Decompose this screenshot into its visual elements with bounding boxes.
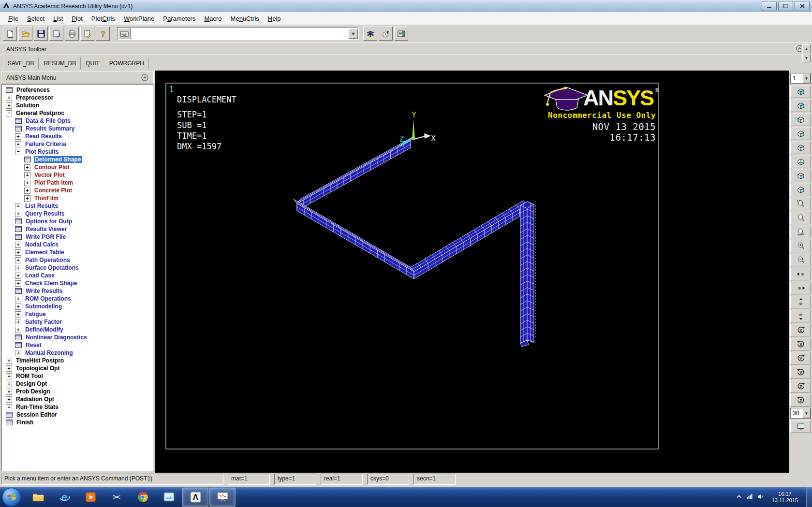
- report-generator-button[interactable]: [80, 27, 94, 41]
- print-button[interactable]: [65, 27, 79, 41]
- tree-item-read-results[interactable]: +Read Results: [2, 132, 153, 140]
- tree-item-results-viewer[interactable]: Results Viewer: [2, 225, 153, 233]
- minimize-button[interactable]: [762, 1, 777, 11]
- tree-item-run-time-stats[interactable]: +Run-Time Stats: [2, 403, 153, 411]
- tree-item-topological-opt[interactable]: +Topological Opt: [2, 364, 153, 372]
- tree-item-element-table[interactable]: +Element Table: [2, 248, 153, 256]
- menu-plotctrls[interactable]: PlotCtrls: [87, 13, 119, 24]
- expand-icon[interactable]: +: [15, 296, 21, 302]
- scroll-up-icon[interactable]: ▲: [802, 44, 811, 53]
- tree-item-plot-path-item[interactable]: +Plot Path Item: [2, 179, 153, 187]
- taskbar-internet-explorer[interactable]: e: [52, 488, 77, 507]
- collapse-icon[interactable]: −: [6, 110, 12, 116]
- show-desktop-button[interactable]: [806, 487, 812, 507]
- import-button[interactable]: [49, 27, 63, 41]
- oblique-view-button[interactable]: [790, 100, 811, 112]
- taskbar-chrome[interactable]: [130, 488, 155, 507]
- expand-icon[interactable]: +: [15, 133, 21, 140]
- tray-network[interactable]: [746, 493, 753, 502]
- taskbar-ansys[interactable]: Λ: [182, 488, 208, 507]
- menu-list[interactable]: List: [49, 13, 67, 24]
- taskbar-snipping-tool[interactable]: ✂: [104, 488, 129, 507]
- open-file-button[interactable]: [18, 27, 32, 41]
- dropdown-arrow-icon[interactable]: ▼: [802, 73, 811, 83]
- maximize-button[interactable]: [778, 1, 793, 11]
- menu-plot[interactable]: Plot: [67, 13, 87, 24]
- rotate-x-plus-button[interactable]: X: [790, 324, 811, 336]
- front-view-button[interactable]: [790, 114, 811, 126]
- dynamic-mode-button[interactable]: [790, 420, 811, 433]
- expand-icon[interactable]: +: [6, 102, 12, 109]
- expand-icon[interactable]: +: [6, 373, 12, 379]
- right-view-button[interactable]: [790, 184, 811, 196]
- expand-icon[interactable]: +: [15, 311, 21, 318]
- tree-item-safety-factor[interactable]: +Safety Factor: [2, 318, 153, 326]
- expand-icon[interactable]: +: [24, 180, 30, 186]
- expand-icon[interactable]: +: [15, 327, 21, 333]
- expand-icon[interactable]: +: [24, 195, 30, 202]
- menu-file[interactable]: File: [4, 13, 23, 24]
- pan-up-button[interactable]: [790, 296, 811, 308]
- network-icon[interactable]: [746, 493, 753, 500]
- menu-parameters[interactable]: Parameters: [159, 13, 200, 24]
- toolbar-save-db-button[interactable]: SAVE_DB: [3, 58, 39, 69]
- pan-right-button[interactable]: [790, 282, 811, 294]
- command-input[interactable]: [131, 29, 349, 39]
- rotate-z-plus-button[interactable]: Z: [790, 380, 811, 392]
- tree-item-write-pgr-file[interactable]: Write PGR File: [2, 233, 153, 241]
- tree-item-timehist-postpro[interactable]: +TimeHist Postpro: [2, 357, 153, 364]
- menu-macro[interactable]: Macro: [200, 13, 226, 24]
- rate-select-dropdown[interactable]: 30▼: [790, 408, 811, 419]
- expand-icon[interactable]: +: [15, 304, 21, 310]
- collapse-icon[interactable]: −: [15, 149, 21, 155]
- raise-hidden-button[interactable]: [363, 27, 377, 41]
- tree-item-fatigue[interactable]: +Fatigue: [2, 310, 153, 318]
- taskbar-clock[interactable]: 16:17 13.11.2015: [772, 491, 798, 504]
- rotate-y-minus-button[interactable]: Y: [790, 366, 811, 378]
- left-view-button[interactable]: [790, 170, 811, 182]
- hidden-icons-icon[interactable]: [736, 493, 742, 500]
- new-file-button[interactable]: [3, 27, 17, 41]
- zoom-in-button[interactable]: [790, 240, 811, 252]
- tree-item-results-summary[interactable]: Results Summary: [2, 125, 153, 132]
- expand-icon[interactable]: +: [15, 350, 21, 356]
- pan-down-button[interactable]: [790, 310, 811, 322]
- menu-workplane[interactable]: WorkPlane: [119, 13, 159, 24]
- tree-item-submodeling[interactable]: +Submodeling: [2, 303, 153, 310]
- tree-item-rom-operations[interactable]: +ROM Operations: [2, 295, 153, 303]
- expand-icon[interactable]: +: [15, 249, 21, 256]
- window-select-dropdown[interactable]: 1▼: [790, 73, 811, 84]
- toolbar-resum-db-button[interactable]: RESUM_DB: [39, 58, 81, 69]
- expand-icon[interactable]: +: [6, 365, 12, 372]
- menu-help[interactable]: Help: [264, 13, 285, 24]
- reset-picking-button[interactable]: [379, 27, 393, 41]
- expand-icon[interactable]: +: [15, 257, 21, 263]
- taskbar-media-player[interactable]: [78, 488, 103, 507]
- expand-icon[interactable]: +: [6, 396, 12, 403]
- tree-item-reset[interactable]: Reset: [2, 341, 153, 349]
- volume-icon[interactable]: [757, 493, 764, 500]
- menu-select[interactable]: Select: [23, 13, 49, 24]
- command-history-dropdown[interactable]: ▼: [349, 29, 358, 39]
- tree-item-vector-plot[interactable]: +Vector Plot: [2, 171, 153, 179]
- expand-icon[interactable]: +: [15, 211, 21, 217]
- start-button[interactable]: [2, 488, 21, 507]
- tree-item-plot-results[interactable]: −Plot Results: [2, 148, 153, 156]
- tree-item-define-modify[interactable]: +Define/Modify: [2, 326, 153, 333]
- tree-item-concrete-plot[interactable]: +Concrete Plot: [2, 187, 153, 194]
- expand-icon[interactable]: +: [6, 404, 12, 410]
- tree-item-deformed-shape[interactable]: Deformed Shape: [2, 156, 153, 163]
- expand-icon[interactable]: +: [15, 242, 21, 248]
- close-button[interactable]: [795, 1, 810, 11]
- expand-icon[interactable]: +: [6, 358, 12, 364]
- bottom-view-button[interactable]: [790, 156, 811, 168]
- tree-item-finish[interactable]: Finish: [2, 419, 153, 426]
- iso-view-button[interactable]: [790, 86, 811, 98]
- expand-icon[interactable]: +: [6, 389, 12, 395]
- taskbar-explorer[interactable]: [26, 488, 51, 507]
- tree-item-thinfilm[interactable]: +ThinFilm: [2, 194, 153, 202]
- tree-item-design-opt[interactable]: +Design Opt: [2, 380, 153, 388]
- taskbar-photo-viewer[interactable]: [156, 488, 181, 507]
- expand-icon[interactable]: +: [15, 273, 21, 279]
- tree-item-query-results[interactable]: +Query Results: [2, 210, 153, 217]
